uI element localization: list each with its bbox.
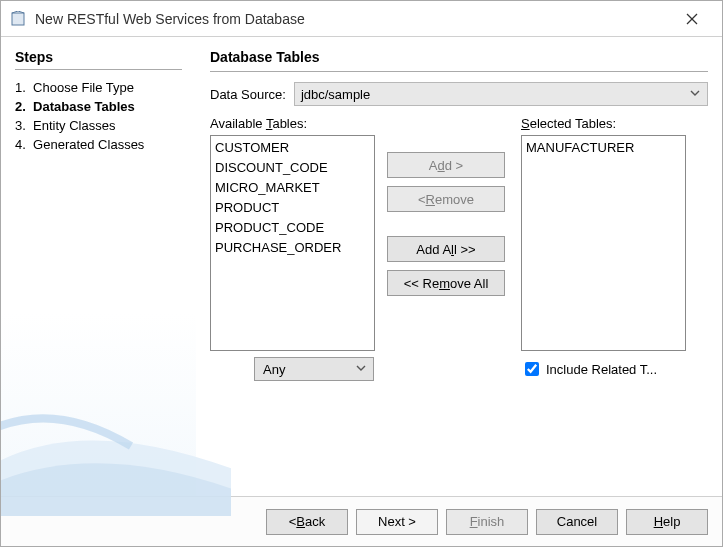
chevron-down-icon [689,87,701,99]
list-item[interactable]: CUSTOMER [215,138,370,158]
filter-select[interactable]: Any [254,357,374,381]
add-button[interactable]: Add > [387,152,505,178]
next-button[interactable]: Next > [356,509,438,535]
wizard-button-bar: < Back Next > Finish Cancel Help [1,496,722,546]
app-icon [9,10,27,28]
finish-button[interactable]: Finish [446,509,528,535]
back-button[interactable]: < Back [266,509,348,535]
panel-heading: Database Tables [210,49,708,65]
step-2: 2. Database Tables [15,97,182,116]
data-source-select[interactable]: jdbc/sample [294,82,708,106]
list-item[interactable]: PURCHASE_ORDER [215,238,370,258]
include-related-label: Include Related T... [546,362,657,377]
steps-heading: Steps [15,49,182,65]
step-3: 3. Entity Classes [15,116,182,135]
remove-button[interactable]: < Remove [387,186,505,212]
data-source-value: jdbc/sample [301,87,370,102]
include-related-checkbox[interactable] [525,362,539,376]
cancel-button[interactable]: Cancel [536,509,618,535]
selected-tables-label: Selected Tables: [521,116,686,131]
step-4: 4. Generated Classes [15,135,182,154]
add-all-button[interactable]: Add All >> [387,236,505,262]
list-item[interactable]: PRODUCT [215,198,370,218]
selected-tables-list[interactable]: MANUFACTURER [521,135,686,351]
remove-all-button[interactable]: << Remove All [387,270,505,296]
filter-value: Any [263,362,285,377]
titlebar: New RESTful Web Services from Database [1,1,722,37]
close-button[interactable] [672,5,712,33]
steps-list: 1. Choose File Type 2. Database Tables 3… [15,78,182,154]
window-title: New RESTful Web Services from Database [35,11,672,27]
data-source-label: Data Source: [210,87,286,102]
list-item[interactable]: DISCOUNT_CODE [215,158,370,178]
panel-divider [210,71,708,72]
available-tables-list[interactable]: CUSTOMERDISCOUNT_CODEMICRO_MARKETPRODUCT… [210,135,375,351]
step-1: 1. Choose File Type [15,78,182,97]
list-item[interactable]: MANUFACTURER [526,138,681,158]
list-item[interactable]: MICRO_MARKET [215,178,370,198]
help-button[interactable]: Help [626,509,708,535]
steps-divider [15,69,182,70]
steps-sidebar: Steps 1. Choose File Type 2. Database Ta… [1,37,196,496]
main-panel: Database Tables Data Source: jdbc/sample… [196,37,722,496]
list-item[interactable]: PRODUCT_CODE [215,218,370,238]
available-tables-label: Available Tables: [210,116,375,131]
chevron-down-icon [355,362,367,374]
svg-rect-0 [12,13,24,25]
